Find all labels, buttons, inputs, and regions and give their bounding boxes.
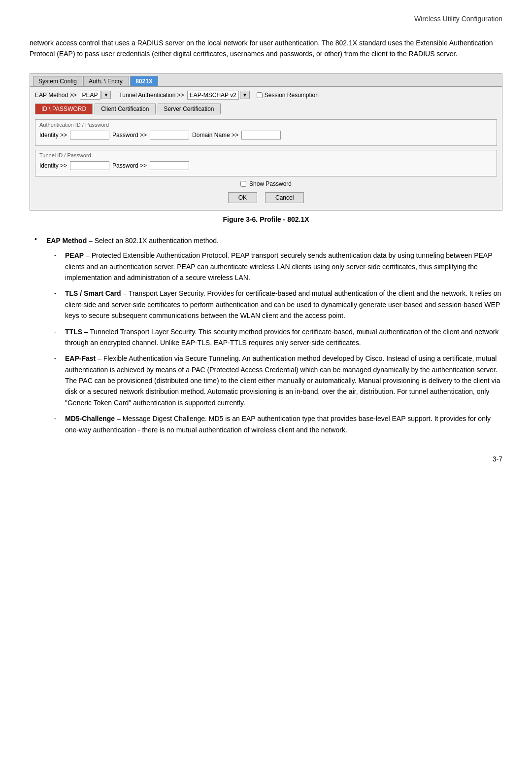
auth-identity-row: Identity >> Password >> Domain Name >>: [39, 131, 493, 140]
auth-domain-label: Domain Name >>: [192, 132, 238, 139]
tunnel-password-input[interactable]: [150, 161, 189, 170]
subtabs: ID \ PASSWORD Client Certification Serve…: [35, 104, 497, 114]
auth-identity-input[interactable]: [70, 131, 109, 140]
tunnel-auth-value: EAP-MSCHAP v2: [187, 91, 239, 100]
intro-text: network access control that uses a RADIU…: [30, 37, 502, 60]
tls-text: TLS / Smart Card – Transport Layer Secur…: [65, 288, 502, 321]
auth-section-title: Authentication ID / Password: [39, 122, 493, 128]
ok-button[interactable]: OK: [228, 192, 257, 203]
show-password-checkbox[interactable]: [240, 181, 246, 187]
eap-method-desc: – Select an 802.1X authentication method…: [87, 237, 219, 245]
auth-identity-label: Identity >>: [39, 132, 67, 139]
eap-method-label: EAP Method >>: [35, 92, 77, 99]
tls-heading: TLS / Smart Card: [65, 289, 121, 297]
sub-bullet-tls: - TLS / Smart Card – Transport Layer Sec…: [46, 288, 502, 321]
ttls-text: TTLS – Tunneled Transport Layer Security…: [65, 326, 502, 349]
eap-method-heading: EAP Method: [46, 237, 87, 245]
dialog-tabs: System Config Auth. \ Encry. 8021X: [30, 74, 502, 87]
figure-caption: Figure 3-6. Profile - 802.1X: [30, 215, 502, 223]
tunnel-identity-input[interactable]: [70, 161, 109, 170]
bullet-dot: •: [34, 235, 42, 440]
tunnel-auth-dropdown-arrow[interactable]: ▼: [240, 91, 250, 99]
tunnel-auth-label: Tunnel Authentication >>: [119, 92, 184, 99]
dialog-buttons: OK Cancel: [35, 192, 497, 203]
sub-dash-peap: -: [54, 250, 61, 283]
tunnel-section-title: Tunnel ID / Password: [39, 152, 493, 158]
bullet-eap-method: • EAP Method – Select an 802.1X authenti…: [30, 235, 502, 440]
auth-domain-input[interactable]: [241, 131, 281, 140]
tunnel-auth-select[interactable]: EAP-MSCHAP v2 ▼: [187, 91, 250, 100]
peap-desc: – Protected Extensible Authentication Pr…: [65, 251, 492, 281]
sub-dash-md5: -: [54, 413, 61, 435]
eapfast-desc: – Flexible Authentication via Secure Tun…: [65, 354, 500, 407]
page-number: 3-7: [30, 455, 502, 463]
show-password-row: Show Password: [35, 180, 497, 187]
ttls-heading: TTLS: [65, 328, 82, 336]
config-dialog: System Config Auth. \ Encry. 8021X EAP M…: [30, 73, 502, 211]
ttls-desc: – Tunneled Transport Layer Security. Thi…: [65, 328, 499, 347]
sub-dash-ttls: -: [54, 326, 61, 349]
tab-system-config[interactable]: System Config: [33, 76, 82, 86]
tls-desc: – Transport Layer Security. Provides for…: [65, 289, 501, 319]
tunnel-password-label: Password >>: [112, 162, 147, 169]
session-resumption-label: Session Resumption: [265, 92, 319, 99]
sub-bullet-eapfast: - EAP-Fast – Flexible Authentication via…: [46, 353, 502, 408]
sub-bullet-peap: - PEAP – Protected Extensible Authentica…: [46, 250, 502, 283]
header-title: Wireless Utility Configuration: [414, 15, 502, 23]
sub-dash-tls: -: [54, 288, 61, 321]
eapfast-text: EAP-Fast – Flexible Authentication via S…: [65, 353, 502, 408]
peap-text: PEAP – Protected Extensible Authenticati…: [65, 250, 502, 283]
peap-heading: PEAP: [65, 251, 84, 259]
eap-method-select[interactable]: PEAP ▼: [80, 91, 111, 100]
eap-method-row: EAP Method >> PEAP ▼ Tunnel Authenticati…: [35, 91, 497, 100]
content-section: • EAP Method – Select an 802.1X authenti…: [30, 235, 502, 440]
eap-method-dropdown-arrow[interactable]: ▼: [101, 91, 111, 99]
tab-auth-encry[interactable]: Auth. \ Encry.: [83, 76, 129, 86]
cancel-button[interactable]: Cancel: [265, 192, 304, 203]
subtab-server-cert[interactable]: Server Certification: [158, 104, 221, 114]
auth-section: Authentication ID / Password Identity >>…: [35, 119, 497, 146]
page-header: Wireless Utility Configuration: [30, 15, 502, 23]
tab-8021x[interactable]: 8021X: [130, 76, 158, 86]
tunnel-identity-label: Identity >>: [39, 162, 67, 169]
session-resumption-row: Session Resumption: [257, 92, 319, 99]
sub-bullets: - PEAP – Protected Extensible Authentica…: [46, 250, 502, 435]
tunnel-section: Tunnel ID / Password Identity >> Passwor…: [35, 150, 497, 176]
dialog-content: EAP Method >> PEAP ▼ Tunnel Authenticati…: [30, 87, 502, 210]
subtab-id-password[interactable]: ID \ PASSWORD: [35, 104, 93, 114]
sub-bullet-ttls: - TTLS – Tunneled Transport Layer Securi…: [46, 326, 502, 349]
sub-dash-eapfast: -: [54, 353, 61, 408]
eap-method-value: PEAP: [80, 91, 100, 100]
auth-password-input[interactable]: [150, 131, 189, 140]
auth-password-label: Password >>: [112, 132, 147, 139]
md5-heading: MD5-Challenge: [65, 415, 115, 422]
tunnel-identity-row: Identity >> Password >>: [39, 161, 493, 170]
sub-bullet-md5: - MD5-Challenge – Message Digest Challen…: [46, 413, 502, 435]
session-resumption-checkbox[interactable]: [257, 92, 263, 98]
subtab-client-cert[interactable]: Client Certification: [95, 104, 155, 114]
eap-method-text: EAP Method – Select an 802.1X authentica…: [46, 235, 502, 440]
show-password-label: Show Password: [249, 180, 292, 187]
md5-text: MD5-Challenge – Message Digest Challenge…: [65, 413, 502, 435]
md5-desc: – Message Digest Challenge. MD5 is an EA…: [65, 415, 491, 433]
eapfast-heading: EAP-Fast: [65, 354, 96, 362]
